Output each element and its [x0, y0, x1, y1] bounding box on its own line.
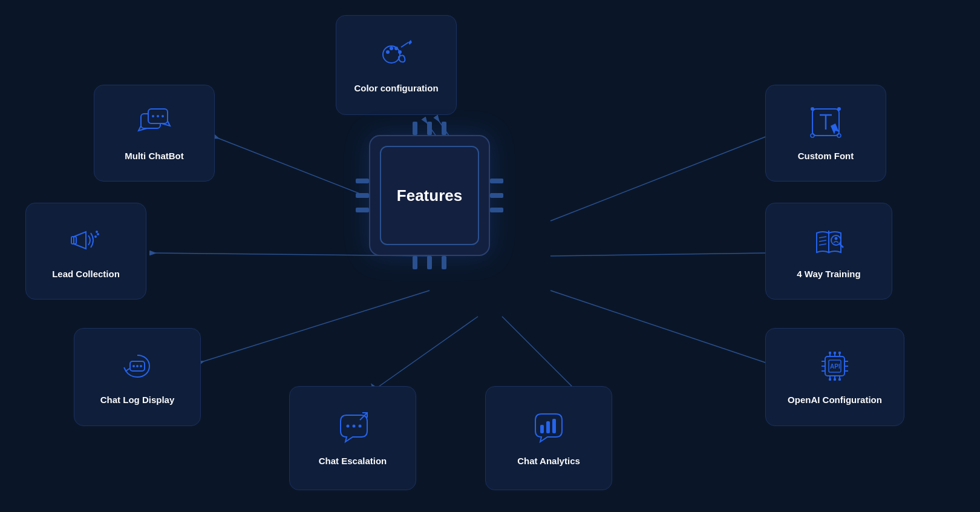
- svg-point-17: [390, 47, 393, 50]
- chip-pin: [427, 122, 432, 135]
- svg-point-69: [347, 425, 350, 428]
- center-label: Features: [397, 186, 462, 205]
- feature-card-lead-collection: Lead Collection: [25, 203, 146, 300]
- chip-pin: [356, 208, 369, 212]
- svg-rect-68: [838, 378, 841, 381]
- svg-point-31: [811, 134, 814, 137]
- svg-line-13: [375, 317, 478, 389]
- svg-rect-73: [540, 425, 544, 433]
- svg-line-38: [819, 237, 826, 238]
- color-configuration-title: Color configuration: [354, 82, 438, 94]
- chat-log-display-title: Chat Log Display: [100, 394, 175, 406]
- svg-point-23: [152, 115, 154, 117]
- svg-line-8: [550, 136, 767, 221]
- chip-pin: [490, 179, 503, 183]
- svg-point-41: [831, 235, 841, 245]
- chip-pin: [442, 256, 446, 269]
- openai-configuration-title: OpenAI Configuration: [788, 394, 882, 406]
- book-icon: [811, 222, 847, 261]
- svg-line-40: [819, 244, 826, 245]
- svg-rect-74: [546, 421, 550, 433]
- font-icon: [808, 104, 844, 143]
- svg-line-39: [819, 240, 826, 241]
- chat-log-icon: [119, 348, 155, 387]
- feature-card-custom-font: Custom Font: [765, 85, 886, 182]
- custom-font-title: Custom Font: [798, 150, 854, 162]
- svg-line-14: [502, 317, 575, 389]
- chip-pin: [356, 179, 369, 183]
- svg-rect-67: [834, 378, 836, 381]
- svg-point-45: [132, 365, 135, 367]
- svg-point-43: [835, 237, 838, 240]
- center-chip: Features: [369, 135, 490, 256]
- analytics-icon: [531, 409, 567, 448]
- feature-card-chat-log-display: Chat Log Display: [74, 328, 201, 426]
- svg-point-18: [394, 47, 398, 50]
- diagram-container: Features Color configuration: [0, 0, 980, 512]
- chat-analytics-title: Chat Analytics: [517, 455, 580, 467]
- chip-pin: [427, 256, 432, 269]
- svg-point-19: [398, 50, 402, 54]
- svg-point-71: [359, 425, 362, 428]
- svg-line-10: [550, 253, 767, 256]
- svg-point-35: [94, 235, 97, 238]
- svg-point-46: [136, 365, 139, 367]
- feature-card-openai-configuration: API: [765, 328, 904, 426]
- escalation-icon: [335, 409, 371, 448]
- feature-card-4-way-training: 4 Way Training: [765, 203, 892, 300]
- palette-icon: [378, 36, 414, 75]
- svg-line-11: [198, 290, 430, 363]
- 4-way-training-title: 4 Way Training: [797, 268, 860, 280]
- svg-point-25: [162, 115, 164, 117]
- svg-point-70: [353, 425, 356, 428]
- feature-card-color-configuration: Color configuration: [336, 15, 457, 115]
- chip-pin: [442, 122, 446, 135]
- svg-rect-64: [834, 352, 836, 354]
- svg-point-24: [157, 115, 159, 117]
- svg-rect-65: [838, 352, 841, 354]
- svg-point-16: [386, 50, 390, 54]
- svg-rect-66: [829, 378, 831, 381]
- lead-collection-title: Lead Collection: [52, 268, 120, 280]
- chip-pin: [413, 256, 417, 269]
- chip-pin: [356, 193, 369, 198]
- svg-point-37: [96, 231, 98, 233]
- chip-pin: [413, 122, 417, 135]
- svg-rect-75: [552, 419, 556, 433]
- svg-text:API: API: [830, 363, 840, 370]
- chatbot-icon: [136, 104, 172, 143]
- multi-chatbot-title: Multi ChatBot: [125, 150, 183, 162]
- feature-card-chat-escalation: Chat Escalation: [289, 386, 416, 490]
- svg-line-12: [550, 290, 767, 363]
- svg-line-20: [401, 42, 408, 47]
- chat-escalation-title: Chat Escalation: [319, 455, 387, 467]
- chip-pin: [490, 193, 503, 198]
- api-icon: API: [817, 348, 853, 387]
- feature-card-chat-analytics: Chat Analytics: [485, 386, 612, 490]
- svg-point-47: [140, 365, 142, 367]
- chip-pin: [490, 208, 503, 212]
- feature-card-multi-chatbot: Multi ChatBot: [94, 85, 215, 182]
- svg-point-36: [97, 233, 99, 235]
- svg-rect-63: [829, 352, 831, 354]
- svg-point-29: [811, 107, 814, 111]
- megaphone-icon: [68, 222, 104, 261]
